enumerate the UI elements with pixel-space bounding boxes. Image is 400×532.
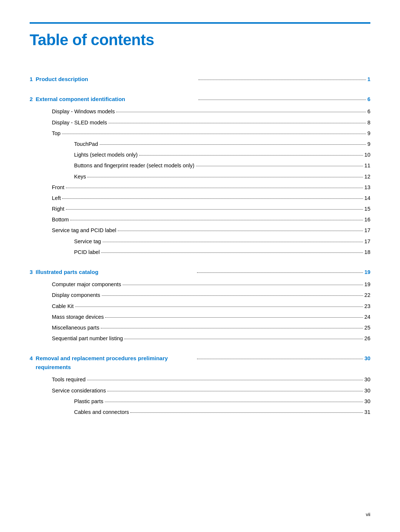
chapter-page: 1 — [367, 75, 370, 84]
entry-page: 31 — [364, 408, 370, 416]
entry-page: 10 — [364, 151, 370, 159]
entry-page: 13 — [364, 183, 370, 192]
entry-label: Right — [52, 205, 64, 213]
chapter-num: 3 — [30, 268, 33, 277]
dots — [196, 166, 363, 166]
entry-page: 17 — [364, 226, 370, 235]
entry-label: Front — [52, 183, 64, 192]
toc-entry: Cable Kit23 — [30, 302, 370, 311]
entry-page: 12 — [364, 173, 370, 181]
entry-page: 16 — [364, 215, 370, 224]
entry-label: Sequential part number listing — [52, 334, 123, 343]
chapter-label: External component identification — [36, 95, 125, 104]
dots — [197, 272, 363, 273]
toc-chapter-4: 4Removal and replacement procedures prel… — [30, 354, 370, 416]
dots — [199, 100, 366, 100]
entry-page: 9 — [367, 140, 370, 148]
footer-page-num: vii — [366, 512, 370, 517]
dots — [62, 134, 366, 134]
toc-entry: Buttons and fingerprint reader (select m… — [30, 161, 370, 170]
toc-entry: Front13 — [30, 183, 370, 192]
toc-entry: Cables and connectors31 — [30, 408, 370, 416]
dots — [118, 231, 363, 231]
dots — [70, 220, 363, 220]
dots — [100, 144, 366, 145]
chapter-num: 1 — [30, 75, 33, 84]
chapter-page: 19 — [364, 268, 370, 277]
entry-page: 18 — [364, 248, 370, 257]
entry-label: Miscellaneous parts — [52, 324, 99, 332]
toc-entry: Display components22 — [30, 291, 370, 300]
entry-label: Bottom — [52, 215, 69, 224]
toc-chapter-3: 3Illustrated parts catalog19Computer maj… — [30, 268, 370, 343]
toc-entry: Display - SLED models8 — [30, 118, 370, 127]
entry-page: 30 — [364, 375, 370, 384]
dots — [101, 328, 363, 328]
entry-label: Left — [52, 194, 61, 203]
entry-label: Display - SLED models — [52, 118, 107, 127]
entry-label: TouchPad — [74, 140, 98, 148]
chapter-label: Product description — [36, 75, 88, 84]
entry-page: 11 — [364, 161, 370, 170]
page-title: Table of contents — [30, 31, 370, 49]
dots — [139, 155, 363, 155]
entry-label: Mass storage devices — [52, 313, 104, 321]
chapter-page: 6 — [367, 95, 370, 104]
dots — [197, 359, 363, 359]
dots — [107, 391, 363, 391]
entry-label: Computer major components — [52, 280, 121, 289]
chapter-entry: 4Removal and replacement procedures prel… — [30, 354, 370, 372]
entry-label: Service tag — [74, 237, 101, 246]
entry-page: 23 — [364, 302, 370, 311]
entry-page: 8 — [367, 118, 370, 127]
toc-entry: Sequential part number listing26 — [30, 334, 370, 343]
dots — [123, 285, 363, 285]
dots — [66, 188, 363, 188]
entry-label: Service considerations — [52, 387, 106, 395]
dots — [124, 339, 363, 339]
dots — [87, 177, 363, 177]
dots — [116, 112, 366, 112]
entry-label: Lights (select models only) — [74, 151, 138, 159]
toc-content: 1Product description12External component… — [30, 75, 370, 416]
dots — [109, 123, 366, 123]
entry-label: Plastic parts — [74, 397, 103, 406]
toc-entry: Service tag and PCID label17 — [30, 226, 370, 235]
page-footer: vii — [366, 512, 370, 517]
dots — [62, 198, 363, 199]
dots — [105, 317, 363, 318]
entry-page: 22 — [364, 291, 370, 300]
entry-page: 9 — [367, 129, 370, 138]
toc-chapter-1: 1Product description1 — [30, 75, 370, 84]
entry-label: Tools required — [52, 375, 86, 384]
entry-label: Keys — [74, 173, 86, 181]
toc-entry: Top9 — [30, 129, 370, 138]
dots — [87, 380, 363, 380]
entry-label: Cables and connectors — [74, 408, 129, 416]
toc-entry: Display - Windows models6 — [30, 107, 370, 116]
chapter-page: 30 — [364, 354, 370, 363]
dots — [130, 412, 363, 413]
entry-label: Top — [52, 129, 60, 138]
entry-label: Display components — [52, 291, 100, 300]
dots — [105, 402, 363, 402]
entry-page: 15 — [364, 205, 370, 213]
chapter-label: Illustrated parts catalog — [36, 268, 98, 277]
entry-label: Buttons and fingerprint reader (select m… — [74, 161, 194, 170]
entry-label: Display - Windows models — [52, 107, 115, 116]
entry-page: 25 — [364, 324, 370, 332]
chapter-entry: 3Illustrated parts catalog19 — [30, 268, 370, 277]
toc-entry: Right15 — [30, 205, 370, 213]
chapter-num: 2 — [30, 95, 33, 104]
toc-entry: Miscellaneous parts25 — [30, 324, 370, 332]
entry-page: 14 — [364, 194, 370, 203]
dots — [199, 80, 366, 80]
toc-entry: Service tag17 — [30, 237, 370, 246]
toc-entry: Bottom16 — [30, 215, 370, 224]
toc-entry: Lights (select models only)10 — [30, 151, 370, 159]
toc-entry: Service considerations30 — [30, 387, 370, 395]
entry-page: 6 — [367, 107, 370, 116]
dots — [102, 295, 363, 296]
toc-chapter-2: 2External component identification6Displ… — [30, 95, 370, 257]
toc-entry: Mass storage devices24 — [30, 313, 370, 321]
